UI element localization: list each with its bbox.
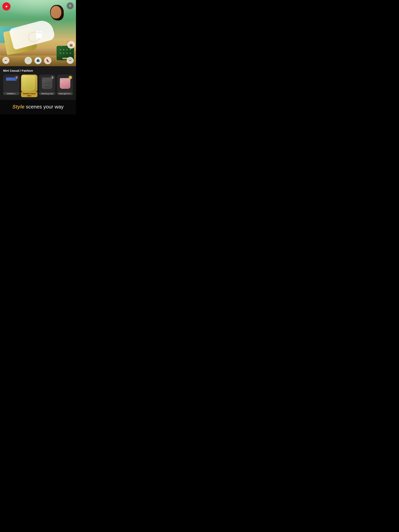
skirt-image-gray <box>42 77 52 89</box>
category-label: Mini Casual / Fashion <box>3 69 73 72</box>
skirt-selection-row: 1 Mini/Blue★ Fashion Floral Skirt 1 Mini… <box>3 75 73 98</box>
skirt-image-floral <box>24 76 35 91</box>
skirt-badge-blue: 1 <box>15 76 18 79</box>
model-head <box>51 6 61 19</box>
action-bar: ↩ 👕 🧥 👠 ↪ <box>0 55 76 66</box>
skirt-label-pink: Mini/Light Pin★ <box>57 92 73 95</box>
forward-button[interactable]: ↪ <box>67 57 74 64</box>
skirt-item-blue[interactable]: 1 Mini/Blue★ <box>3 75 19 97</box>
skirt-label-blue: Mini/Blue★ <box>3 92 19 95</box>
promo-style-word: Style <box>12 104 24 110</box>
favorite-button[interactable]: ★ <box>2 2 11 11</box>
skirt-card-floral[interactable] <box>21 75 37 92</box>
shoe-category-button[interactable]: 👠 <box>44 57 51 64</box>
skirt-image-blue <box>6 77 17 89</box>
skirt-card-gray[interactable]: 1 <box>39 75 55 92</box>
skirt-badge-pink: 2 <box>69 76 72 79</box>
hero-section: 👜 × ★ ↩ 👕 🧥 👠 ↪ <box>0 0 76 66</box>
jacket-category-button[interactable]: 🧥 <box>34 57 42 64</box>
price-tag <box>36 31 42 38</box>
category-icons: 👕 🧥 👠 <box>25 57 51 64</box>
skirt-card-pink[interactable]: 2 <box>57 75 73 92</box>
skirt-image-pink <box>60 78 70 89</box>
skirt-item-floral[interactable]: Fashion Floral Skirt <box>21 75 37 97</box>
promo-tagline: Style scenes your way <box>3 104 73 110</box>
skirt-badge-gray: 1 <box>51 76 54 79</box>
star-icon-blue: ★ <box>15 93 16 95</box>
skirt-item-pink[interactable]: 2 Mini/Light Pin★ <box>57 75 73 97</box>
skirt-item-gray[interactable]: 1 Mini/Gray Den <box>39 75 55 97</box>
back-button[interactable]: ↩ <box>2 57 9 64</box>
selection-panel: Mini Casual / Fashion 1 Mini/Blue★ Fashi… <box>0 66 76 100</box>
skirt-label-floral: Fashion Floral Skirt <box>21 92 37 97</box>
close-button[interactable]: × <box>67 2 74 9</box>
promo-section: Style scenes your way <box>0 100 76 114</box>
skirt-card-blue[interactable]: 1 <box>3 75 19 92</box>
shirt-category-button[interactable]: 👕 <box>25 57 32 64</box>
bag-action-button[interactable]: 👜 <box>67 41 75 49</box>
promo-rest-text: scenes your way <box>25 104 64 110</box>
skirt-label-gray: Mini/Gray Den <box>39 92 55 95</box>
star-icon-pink: ★ <box>70 93 71 95</box>
